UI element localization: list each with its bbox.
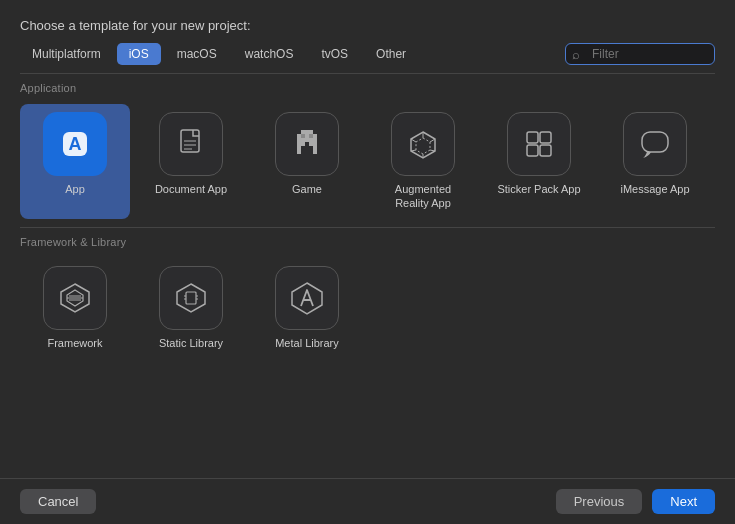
imessage-app-icon bbox=[635, 124, 675, 164]
imessage-app-icon-box bbox=[623, 112, 687, 176]
document-app-icon-box bbox=[159, 112, 223, 176]
template-app[interactable]: A App bbox=[20, 104, 130, 219]
framework-grid: Framework Static Library bbox=[0, 254, 735, 366]
svg-marker-45 bbox=[292, 283, 322, 314]
app-icon: A bbox=[55, 124, 95, 164]
metal-library-icon-box bbox=[275, 266, 339, 330]
app-icon-box: A bbox=[43, 112, 107, 176]
metal-library-icon bbox=[287, 278, 327, 318]
svg-rect-29 bbox=[527, 132, 538, 143]
svg-rect-7 bbox=[305, 130, 309, 134]
filter-area: ⌕ bbox=[565, 43, 715, 65]
svg-rect-14 bbox=[297, 138, 317, 142]
metal-library-label: Metal Library bbox=[275, 336, 339, 350]
svg-rect-30 bbox=[540, 132, 551, 143]
game-icon bbox=[287, 124, 327, 164]
content-area: Application A App bbox=[0, 73, 735, 478]
svg-rect-8 bbox=[309, 130, 313, 134]
ar-app-icon bbox=[403, 124, 443, 164]
template-ar-app[interactable]: AugmentedReality App bbox=[368, 104, 478, 219]
framework-label: Framework bbox=[47, 336, 102, 350]
imessage-app-label: iMessage App bbox=[620, 182, 689, 196]
svg-rect-11 bbox=[305, 134, 309, 138]
dialog-title: Choose a template for your new project: bbox=[0, 0, 735, 43]
tab-other[interactable]: Other bbox=[364, 43, 418, 65]
static-library-icon-box bbox=[159, 266, 223, 330]
svg-text:A: A bbox=[69, 134, 82, 154]
svg-rect-12 bbox=[309, 134, 313, 138]
template-static-library[interactable]: Static Library bbox=[136, 258, 246, 358]
next-button[interactable]: Next bbox=[652, 489, 715, 514]
svg-rect-9 bbox=[297, 134, 301, 138]
svg-rect-32 bbox=[540, 145, 551, 156]
template-sticker-app[interactable]: Sticker Pack App bbox=[484, 104, 594, 219]
svg-marker-39 bbox=[177, 284, 205, 312]
application-grid: A App Document App bbox=[0, 100, 735, 227]
document-app-icon bbox=[171, 124, 211, 164]
sticker-app-label: Sticker Pack App bbox=[497, 182, 580, 196]
document-app-label: Document App bbox=[155, 182, 227, 196]
tab-tvos[interactable]: tvOS bbox=[309, 43, 360, 65]
static-library-label: Static Library bbox=[159, 336, 223, 350]
svg-rect-40 bbox=[186, 292, 196, 304]
svg-rect-16 bbox=[313, 142, 317, 146]
framework-icon bbox=[55, 278, 95, 318]
tabs-bar: Multiplatform iOS macOS watchOS tvOS Oth… bbox=[0, 43, 735, 65]
sticker-app-icon bbox=[519, 124, 559, 164]
svg-rect-17 bbox=[301, 142, 305, 146]
tab-ios[interactable]: iOS bbox=[117, 43, 161, 65]
tab-multiplatform[interactable]: Multiplatform bbox=[20, 43, 113, 65]
svg-rect-31 bbox=[527, 145, 538, 156]
static-library-icon bbox=[171, 278, 211, 318]
svg-rect-33 bbox=[642, 132, 668, 152]
svg-rect-15 bbox=[297, 142, 301, 146]
game-icon-box bbox=[275, 112, 339, 176]
footer: Cancel Previous Next bbox=[0, 478, 735, 524]
svg-marker-22 bbox=[416, 138, 430, 154]
ar-app-icon-box bbox=[391, 112, 455, 176]
template-framework[interactable]: Framework bbox=[20, 258, 130, 358]
svg-rect-10 bbox=[301, 134, 305, 138]
svg-rect-19 bbox=[297, 146, 301, 154]
template-metal-library[interactable]: Metal Library bbox=[252, 258, 362, 358]
framework-icon-box bbox=[43, 266, 107, 330]
section-framework-label: Framework & Library bbox=[0, 228, 735, 254]
section-application-label: Application bbox=[0, 74, 735, 100]
tab-watchos[interactable]: watchOS bbox=[233, 43, 306, 65]
svg-rect-20 bbox=[313, 146, 317, 154]
game-label: Game bbox=[292, 182, 322, 196]
svg-rect-18 bbox=[309, 142, 313, 146]
previous-button[interactable]: Previous bbox=[556, 489, 643, 514]
filter-input[interactable] bbox=[565, 43, 715, 65]
cancel-button[interactable]: Cancel bbox=[20, 489, 96, 514]
template-document-app[interactable]: Document App bbox=[136, 104, 246, 219]
svg-rect-13 bbox=[313, 134, 317, 138]
template-game[interactable]: Game bbox=[252, 104, 362, 219]
template-imessage-app[interactable]: iMessage App bbox=[600, 104, 710, 219]
svg-rect-6 bbox=[301, 130, 305, 134]
tab-macos[interactable]: macOS bbox=[165, 43, 229, 65]
sticker-app-icon-box bbox=[507, 112, 571, 176]
footer-right: Previous Next bbox=[556, 489, 715, 514]
app-label: App bbox=[65, 182, 85, 196]
ar-app-label: AugmentedReality App bbox=[395, 182, 451, 211]
